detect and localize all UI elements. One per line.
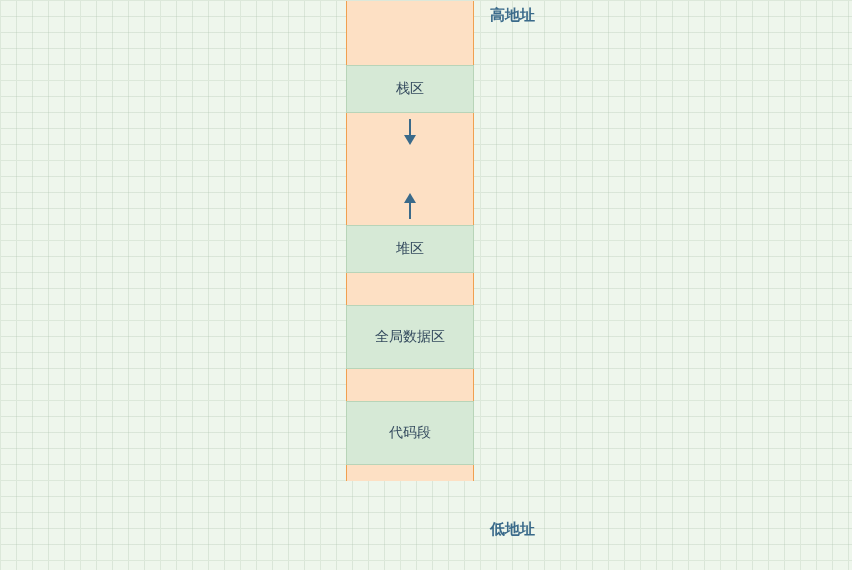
segment-code: 代码段: [346, 401, 474, 465]
segment-heap-label: 堆区: [396, 240, 424, 258]
svg-marker-1: [404, 135, 416, 145]
arrow-up-icon: [403, 193, 417, 219]
segment-gap-1: [347, 273, 473, 305]
low-address-label: 低地址: [490, 520, 535, 539]
segment-gap-2: [347, 369, 473, 401]
segment-stack-label: 栈区: [396, 80, 424, 98]
segment-bottom-blank: [347, 465, 473, 481]
segment-free-space: [347, 113, 473, 225]
segment-heap: 堆区: [346, 225, 474, 273]
arrow-down-icon: [403, 119, 417, 145]
segment-stack: 栈区: [346, 65, 474, 113]
segment-global-data: 全局数据区: [346, 305, 474, 369]
high-address-label: 高地址: [490, 6, 535, 25]
svg-marker-3: [404, 193, 416, 203]
segment-code-label: 代码段: [389, 424, 431, 442]
memory-layout-column: 栈区 堆区 全局数据区 代码段: [346, 1, 474, 481]
segment-top-blank: [347, 1, 473, 65]
segment-global-data-label: 全局数据区: [375, 328, 445, 346]
